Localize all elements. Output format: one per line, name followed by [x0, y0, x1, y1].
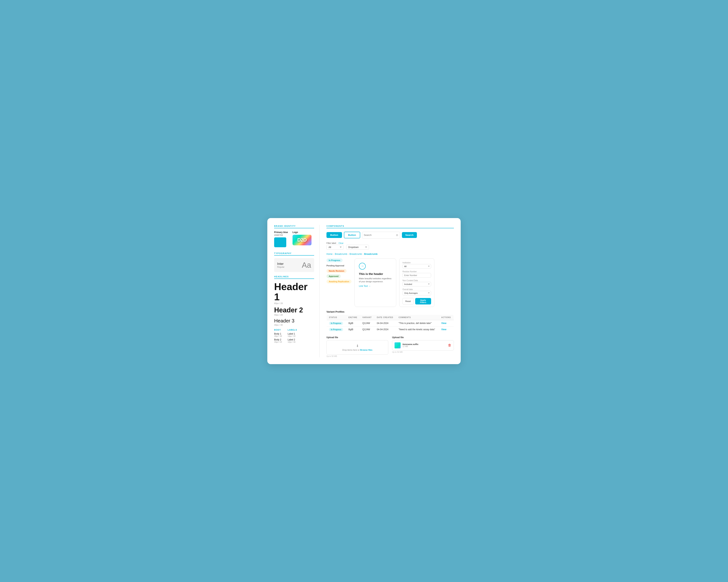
col-enzyme: Enzyme — [346, 315, 360, 320]
brand-identity-title: BRAND IDENTITY — [274, 225, 314, 228]
variant-table: STATUS Enzyme Variant Date Created Comme… — [327, 315, 454, 333]
main-content-row: In Progress Pending Approval Needs Revis… — [327, 258, 454, 307]
status-col: In Progress Pending Approval Needs Revis… — [327, 258, 352, 307]
filter-all-select[interactable]: All — [327, 245, 343, 250]
color-swatch — [274, 238, 286, 247]
fp-institution-select[interactable]: All — [402, 264, 431, 269]
fp-residue-input[interactable] — [402, 273, 431, 278]
breadcrumb-sep-1: › — [333, 253, 334, 255]
fp-overall-label: Overall data — [402, 288, 431, 290]
dropdown-select[interactable]: Dropdown — [346, 245, 369, 250]
upload-filled-title: Upload file — [392, 336, 454, 339]
filter-clear-button[interactable]: Clear — [339, 242, 343, 244]
upload-dropzone[interactable]: ⬇ Drop items here or Browse files — [327, 340, 388, 355]
search-button[interactable]: Search — [402, 232, 417, 238]
header-1-demo: Header 1 — [274, 281, 314, 302]
body-1-sub: 18px / 28 — [274, 335, 282, 337]
card-header: This is the header — [359, 272, 392, 275]
badge-pending: Pending Approval — [327, 264, 344, 268]
row1-comments: "This is practice, def delete later" — [396, 320, 439, 326]
font-sample: Aa — [302, 261, 311, 269]
body-section-title: BODY — [274, 329, 282, 331]
filter-label-text: Filter label — [327, 242, 336, 244]
outline-button[interactable]: Button — [344, 232, 360, 238]
row2-action[interactable]: View — [439, 326, 454, 332]
fp-buttons: Reset Apply Filters — [402, 298, 431, 304]
variant-table-section: Variant Profiles STATUS Enzyme Variant D… — [327, 310, 454, 333]
breadcrumb-home[interactable]: Home — [327, 253, 333, 255]
file-thumbnail — [394, 342, 400, 349]
left-panel: BRAND IDENTITY Primary blue #06B7D8 Logo… — [274, 225, 320, 357]
breadcrumb-current: Breadcrumb — [364, 253, 378, 255]
breadcrumb-1[interactable]: Breadcrumb — [335, 253, 347, 255]
row1-action[interactable]: View — [439, 320, 454, 326]
row2-status: In Progress — [327, 326, 346, 332]
arrow-icon: → — [361, 264, 364, 268]
fp-residue-group: Residue Number — [402, 271, 431, 278]
headlines-title: HEADLINES — [274, 275, 314, 279]
body-2-sub: 16px / 24 — [274, 341, 282, 343]
breadcrumb-sep-3: › — [363, 253, 363, 255]
color-label: Primary blue — [274, 231, 288, 233]
badge-inprogress: In Progress — [327, 258, 343, 262]
fp-overall-group: Overall data Only Averages — [402, 288, 431, 295]
row1-status: In Progress — [327, 320, 346, 326]
font-weight: Regular — [277, 266, 285, 268]
label-2-label: Label 2 — [288, 338, 297, 341]
headlines-section: HEADLINES Header 1 60px / 28 Header 2 40… — [274, 275, 314, 326]
search-input-wrap: ⚙ — [362, 232, 400, 239]
upload-filled-col: Upload file itemname.suffix 12 MB 🗑 Up t… — [392, 336, 454, 357]
dropdown-group: Dropdown — [346, 245, 369, 250]
row1-date: 04-04-2024 — [374, 320, 396, 326]
col-status: STATUS — [327, 315, 346, 320]
browse-link[interactable]: Browse files — [360, 349, 372, 351]
uploaded-file: itemname.suffix 12 MB 🗑 — [392, 340, 454, 351]
body-labels-row: BODY Body 1 18px / 28 Body 2 16px / 24 L… — [274, 329, 314, 344]
badge-awaiting: Awaiting Replication — [327, 280, 352, 283]
logo-text: D2D — [297, 237, 307, 243]
file-info: itemname.suffix 12 MB — [402, 343, 446, 348]
primary-button[interactable]: Button — [327, 232, 342, 238]
row2-badge: In Progress — [329, 328, 343, 331]
filter-label-group: Filter label Clear All — [327, 242, 343, 250]
row2-comments: "Need to add the kinetic assay data" — [396, 326, 439, 332]
logo-label: Logo — [292, 231, 311, 233]
row1-badge: In Progress — [329, 322, 343, 325]
fp-noncurated-group: Non-Curated Data Included — [402, 279, 431, 286]
fp-noncurated-select[interactable]: Included — [402, 282, 431, 286]
header-3-sub: 30px / 40 — [274, 324, 314, 326]
labels-section-title: LABELS — [288, 329, 297, 331]
upload-empty-col: Upload file ⬇ Drop items here or Browse … — [327, 336, 388, 357]
breadcrumb-sep-2: › — [348, 253, 349, 255]
row2-variant: Q124W — [360, 326, 374, 332]
card-link[interactable]: Link Text → — [359, 285, 392, 287]
card-desc: Make beautiful websites regardless of yo… — [359, 277, 392, 283]
fp-reset-button[interactable]: Reset — [402, 298, 414, 304]
badge-approved: Approved — [327, 274, 341, 278]
font-demo-box: Inter Regular Aa — [274, 258, 314, 272]
upload-filled-limit: Up to 50 MB — [392, 351, 454, 353]
col-comments: Comments — [396, 315, 439, 320]
color-section: Primary blue #06B7D8 Logo D2D — [274, 231, 314, 247]
file-delete-button[interactable]: 🗑 — [448, 343, 451, 347]
row2-date: 04-04-2024 — [374, 326, 396, 332]
table-row: In Progress BglB Q124W 04-04-2024 "Need … — [327, 326, 454, 332]
primary-color-group: Primary blue #06B7D8 — [274, 231, 288, 247]
fp-overall-select[interactable]: Only Averages — [402, 291, 431, 295]
right-panel: COMPONENTS Button Button ⚙ Search Filter… — [320, 225, 454, 357]
breadcrumb-2[interactable]: Breadcrumb — [349, 253, 362, 255]
labels-col: LABELS Label 1 14px / 20 Label 2 12px / … — [288, 329, 297, 344]
col-actions: ACTIONS — [439, 315, 454, 320]
filter-row: Filter label Clear All Dropdown — [327, 242, 454, 250]
row1-variant: Q124W — [360, 320, 374, 326]
fp-apply-button[interactable]: Apply Filters — [415, 298, 431, 304]
font-name: Inter — [277, 262, 285, 266]
header-2-sub: 40px / 28 — [274, 314, 314, 316]
search-input[interactable] — [364, 233, 395, 237]
buttons-row: Button Button ⚙ Search — [327, 232, 454, 239]
table-header-row: STATUS Enzyme Variant Date Created Comme… — [327, 315, 454, 320]
typography-section: TYPOGRAPHY Inter Regular Aa — [274, 252, 314, 272]
fp-institution-group: Institution All — [402, 261, 431, 269]
file-size: 12 MB — [402, 345, 446, 348]
row2-enzyme: BglB — [346, 326, 360, 332]
